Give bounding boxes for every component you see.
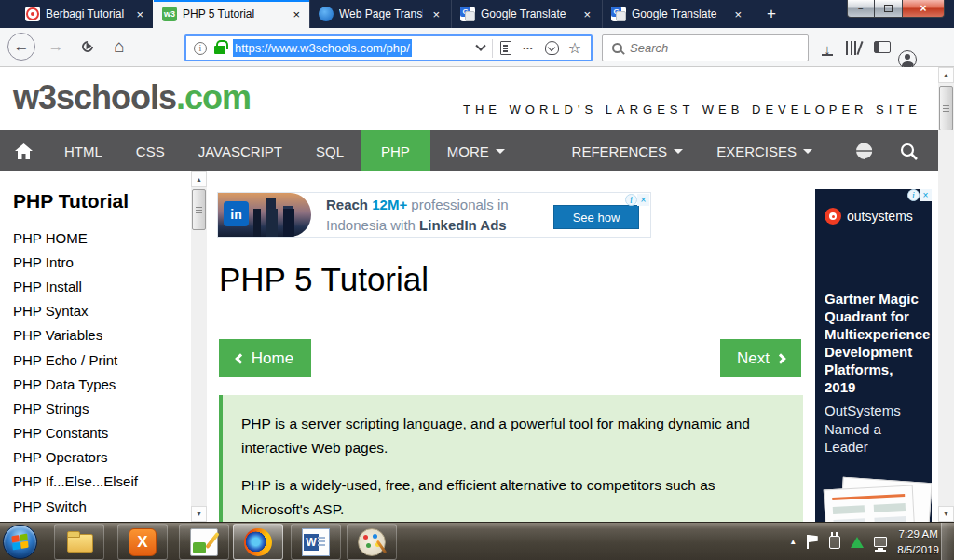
taskbar-explorer-button[interactable] — [54, 524, 104, 560]
sidebar-scrollbar[interactable]: ▲ ▼ — [191, 171, 207, 522]
site-info-icon[interactable]: i — [194, 42, 207, 55]
page-viewport: w3schools.com THE WORLD'S LARGEST WEB DE… — [0, 67, 938, 522]
reload-button[interactable] — [75, 33, 101, 61]
browser-home-button[interactable]: ⌂ — [106, 33, 132, 61]
sidebar-item-php-variables[interactable]: PHP Variables — [0, 323, 191, 348]
forward-button[interactable]: → — [43, 33, 69, 61]
library-button[interactable] — [844, 40, 865, 55]
scroll-up-arrow[interactable]: ▲ — [938, 67, 954, 83]
back-button[interactable]: ← — [7, 33, 35, 61]
nav-search-button[interactable] — [887, 130, 931, 171]
network-icon[interactable] — [874, 537, 887, 547]
scroll-down-arrow[interactable]: ▼ — [938, 506, 954, 522]
prev-home-button[interactable]: Home — [219, 339, 311, 377]
account-button[interactable] — [898, 50, 917, 69]
next-button[interactable]: Next — [720, 339, 801, 377]
new-tab-button[interactable]: + — [756, 0, 786, 28]
nav-item-php-active[interactable]: PHP — [361, 130, 430, 171]
scrollbar-grip-icon — [943, 105, 949, 112]
sidebar-item-php-strings[interactable]: PHP Strings — [0, 396, 191, 420]
sidebar-item-php-syntax[interactable]: PHP Syntax — [0, 299, 191, 323]
tab-google-translate-1[interactable]: Google Translate × — [451, 0, 600, 28]
sidebar-item-php-switch[interactable]: PHP Switch — [0, 494, 191, 518]
action-center-flag-icon[interactable] — [807, 535, 819, 549]
taskbar-notepadpp-button[interactable] — [179, 524, 229, 560]
sidebar-item-php-operators[interactable]: PHP Operators — [0, 445, 191, 470]
show-desktop-button[interactable] — [941, 523, 954, 560]
nav-item-html[interactable]: HTML — [48, 130, 119, 171]
search-bar[interactable] — [602, 34, 809, 61]
window-maximize-button[interactable] — [875, 0, 902, 18]
scroll-down-arrow[interactable]: ▼ — [191, 506, 207, 522]
green-triangle-app-icon[interactable] — [851, 537, 864, 548]
nav-home-button[interactable] — [0, 130, 48, 171]
sidebar-item-php-constants[interactable]: PHP Constants — [0, 421, 191, 445]
url-bar[interactable]: i https://www.w3schools.com/php/ ••• ☆ — [184, 34, 593, 61]
taskbar-paint-button[interactable] — [347, 524, 397, 560]
nav-item-css[interactable]: CSS — [119, 130, 182, 171]
adchoices-info-icon[interactable]: i — [625, 194, 637, 206]
linkedin-banner-ad[interactable]: in Reach 12M+ professionals in Indonesia… — [217, 192, 651, 238]
scroll-up-arrow[interactable]: ▲ — [191, 171, 207, 187]
show-hidden-icons-button[interactable]: ▲ — [789, 538, 797, 546]
sidebar-toggle-button[interactable] — [874, 41, 891, 53]
search-icon — [900, 143, 918, 160]
window-minimize-button[interactable]: − — [847, 0, 875, 18]
adchoices-close-icon[interactable]: × — [920, 189, 932, 201]
taskbar-xampp-button[interactable]: X — [117, 524, 168, 560]
menu-hamburger-button[interactable] — [928, 41, 945, 54]
caret-down-icon — [674, 149, 683, 154]
tab-google-translate-2[interactable]: Google Translate × — [602, 0, 751, 28]
search-input[interactable] — [630, 41, 770, 55]
adchoices-info-icon[interactable]: i — [907, 189, 920, 201]
tab-web-page-translation[interactable]: Web Page Translatio × — [309, 0, 449, 28]
nav-item-sql[interactable]: SQL — [299, 130, 361, 171]
nav-references-label: REFERENCES — [572, 143, 668, 159]
logo-name: w3schools — [13, 78, 176, 116]
sidebar-item-php-home[interactable]: PHP HOME — [0, 225, 191, 250]
tab-close-icon[interactable]: × — [289, 7, 304, 21]
reader-mode-icon[interactable] — [500, 41, 511, 55]
downloads-button[interactable]: ↓ — [816, 37, 838, 60]
https-padlock-icon[interactable] — [214, 46, 225, 54]
sidebar-item-php-install[interactable]: PHP Install — [0, 274, 191, 298]
window-close-button[interactable]: × — [902, 0, 945, 18]
nav-item-more[interactable]: MORE — [430, 130, 522, 171]
sidebar-item-php-intro[interactable]: PHP Intro — [0, 250, 191, 274]
sidebar-item-php-echo-print[interactable]: PHP Echo / Print — [0, 348, 191, 372]
firefox-icon — [244, 528, 272, 556]
pocket-icon[interactable] — [545, 41, 559, 55]
page-actions-icon[interactable]: ••• — [523, 44, 533, 52]
start-button[interactable] — [3, 525, 37, 559]
bookmark-star-icon[interactable]: ☆ — [568, 39, 581, 57]
nav-item-references[interactable]: REFERENCES — [555, 130, 701, 171]
sidebar: PHP Tutorial PHP HOME PHP Intro PHP Inst… — [0, 171, 191, 522]
linkedin-logo-icon: in — [224, 201, 249, 226]
sidebar-item-php-if-else[interactable]: PHP If...Else...Elseif — [0, 470, 191, 494]
clock[interactable]: 7:29 AM 8/5/2019 — [897, 526, 939, 557]
url-dropdown-chevron-icon[interactable] — [476, 40, 486, 50]
taskbar-word-button[interactable] — [291, 524, 341, 560]
nav-translate-button[interactable] — [842, 130, 887, 171]
page-scrollbar[interactable]: ▲ ▼ — [938, 67, 954, 522]
taskbar-firefox-button[interactable] — [233, 524, 283, 560]
ad-cta-see-how-button[interactable]: See how — [553, 205, 639, 229]
tab-close-icon[interactable]: × — [730, 7, 745, 21]
tab-berbagi-tutorial[interactable]: Berbagi Tutorial Terb × — [17, 0, 153, 28]
note-paragraph: PHP is a widely-used, free, and efficien… — [241, 473, 781, 521]
nav-item-exercises[interactable]: EXERCISES — [700, 130, 829, 171]
nav-item-javascript[interactable]: JAVASCRIPT — [182, 130, 299, 171]
scrollbar-thumb[interactable] — [939, 86, 953, 130]
w3schools-logo[interactable]: w3schools.com — [13, 78, 251, 117]
adchoices-close-icon[interactable]: × — [637, 194, 649, 206]
sidebar-item-php-data-types[interactable]: PHP Data Types — [0, 372, 191, 396]
power-plug-icon[interactable] — [829, 536, 840, 549]
scrollbar-thumb[interactable] — [192, 189, 206, 230]
tab-php-5-tutorial[interactable]: w3 PHP 5 Tutorial × — [153, 0, 309, 28]
tab-close-icon[interactable]: × — [429, 7, 443, 21]
browser-toolbar: ← → ⌂ i https://www.w3schools.com/php/ •… — [0, 28, 954, 67]
tab-close-icon[interactable]: × — [579, 7, 594, 21]
tab-close-icon[interactable]: × — [132, 7, 147, 21]
tab-favicon-google-translate-icon — [460, 7, 475, 21]
outsystems-side-ad[interactable]: i × outsystems Gartner Magic Quadrant fo… — [815, 189, 932, 522]
